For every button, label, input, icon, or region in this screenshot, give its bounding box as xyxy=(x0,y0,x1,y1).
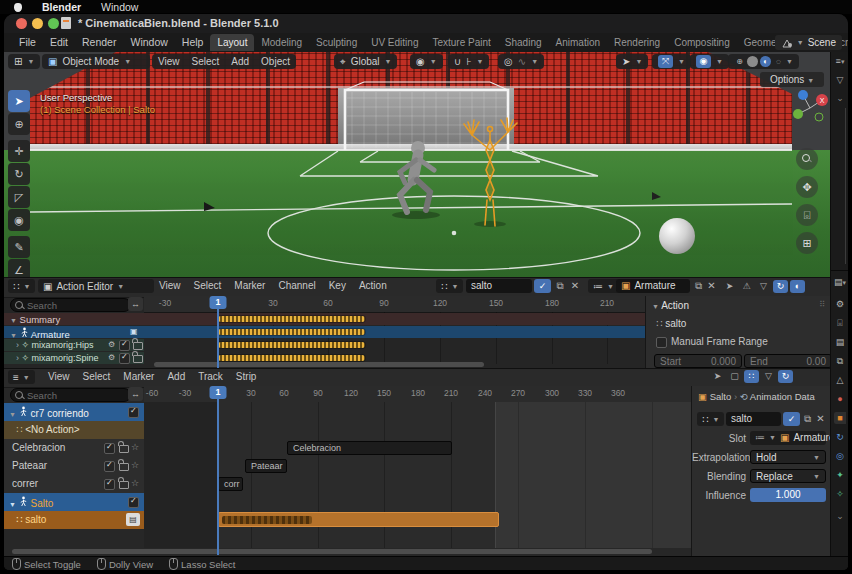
box-filter-icon[interactable]: ▢ xyxy=(727,370,742,383)
nla-menu-marker[interactable]: Marker xyxy=(123,371,154,382)
strip-action-name-field[interactable]: salto xyxy=(726,412,781,426)
unlink-action-button[interactable]: ✕ xyxy=(814,412,827,426)
breadcrumb-object[interactable]: Salto xyxy=(710,391,732,402)
dope-editor-type-selector[interactable]: ∷▼ xyxy=(8,279,35,293)
menu-help[interactable]: Help xyxy=(175,33,211,52)
keyframe-strip[interactable] xyxy=(218,355,365,361)
options-dropdown[interactable]: Options ▼ xyxy=(760,72,824,87)
action-browse-button[interactable]: ∷▼ xyxy=(436,279,463,293)
workspace-tab-layout[interactable]: Layout xyxy=(210,34,254,51)
blending-dropdown[interactable]: Replace▼ xyxy=(750,469,826,483)
tool-tab-icon[interactable]: ⚙ xyxy=(834,298,846,310)
close-window-button[interactable] xyxy=(16,18,27,29)
lock-icon[interactable] xyxy=(133,342,143,350)
nla-track-celebracion[interactable]: Celebracion ☆ xyxy=(4,439,144,458)
armature-data-tab-icon[interactable]: ✦ xyxy=(834,469,846,481)
workspace-tab-uv-editing[interactable]: UV Editing xyxy=(364,34,425,51)
nla-hscrollbar[interactable] xyxy=(12,549,652,554)
properties-editor-icon[interactable]: ▤▾ xyxy=(834,276,846,288)
minimize-window-button[interactable] xyxy=(32,18,43,29)
workspace-tab-texture-paint[interactable]: Texture Paint xyxy=(425,34,497,51)
cursor-filter-icon[interactable]: ➤ xyxy=(722,280,737,293)
outliner-editor-icon[interactable]: ≡▾ xyxy=(834,55,846,67)
filter-invert-button[interactable]: ↔ xyxy=(128,297,143,311)
dope-hscrollbar[interactable] xyxy=(154,362,484,367)
fake-user-shield-button[interactable]: ✓ xyxy=(783,412,800,426)
proportional-editing[interactable]: ◎∿▼ xyxy=(498,54,544,69)
more-tabs-chevron-icon[interactable]: ⌄ xyxy=(834,510,846,522)
cursor-tool[interactable]: ⊕ xyxy=(8,113,30,135)
scene-tab-icon[interactable]: △ xyxy=(834,374,846,386)
channel-hips[interactable]: › ✧ mixamorig:Hips ⚙ xyxy=(4,339,144,351)
dope-menu-select[interactable]: Select xyxy=(194,280,222,291)
menu-edit[interactable]: Edit xyxy=(43,33,75,52)
filter-invert-button[interactable]: ↔ xyxy=(128,387,143,401)
keyframe-strip[interactable] xyxy=(218,329,365,335)
unlink-slot-button[interactable]: ✕ xyxy=(705,279,718,293)
lock-icon[interactable] xyxy=(119,481,129,489)
dope-mode-selector[interactable]: ▣Action Editor▼ xyxy=(38,279,154,293)
nla-track-cr7[interactable]: ▼ cr7 corriendo xyxy=(4,403,144,421)
duplicate-action-button[interactable]: ⧉ xyxy=(801,412,814,426)
move-tool[interactable]: ✛ xyxy=(8,140,30,162)
measure-tool[interactable]: ∠ xyxy=(8,259,30,277)
dope-menu-view[interactable]: View xyxy=(159,280,181,291)
manual-range-checkbox[interactable] xyxy=(656,337,667,348)
dope-search-input[interactable] xyxy=(10,298,131,312)
lock-icon[interactable] xyxy=(133,355,143,363)
workspace-tab-compositing[interactable]: Compositing xyxy=(667,34,737,51)
dope-menu-marker[interactable]: Marker xyxy=(234,280,265,291)
rotate-tool[interactable]: ↻ xyxy=(8,163,30,185)
keyframe-strip[interactable] xyxy=(218,316,365,322)
render-tab-icon[interactable]: ⌻ xyxy=(834,317,846,329)
dope-menu-channel[interactable]: Channel xyxy=(278,280,315,291)
world-tab-icon[interactable]: ● xyxy=(834,393,846,405)
viewport-menu-select[interactable]: Select xyxy=(192,56,220,67)
nla-menu-add[interactable]: Add xyxy=(167,371,185,382)
output-tab-icon[interactable]: ▤ xyxy=(834,336,846,348)
workspace-tab-animation[interactable]: Animation xyxy=(549,34,607,51)
viewport-3d[interactable]: ⊞▼ ▣Object Mode▼ View Select Add Object … xyxy=(4,52,830,277)
nla-track-correr[interactable]: correr ☆ xyxy=(4,475,144,494)
strip-pateaar[interactable]: Pateaar xyxy=(245,459,287,473)
filter-funnel-icon[interactable]: ▽ xyxy=(761,370,776,383)
camera-view-icon[interactable]: ⌻ xyxy=(796,204,818,226)
proportional-keys-icon[interactable]: ◐ xyxy=(790,280,805,293)
show-gizmo-toggle[interactable]: ⤧▼ xyxy=(652,54,691,69)
influence-slider[interactable]: 1.000 xyxy=(750,488,826,502)
auto-snap-icon[interactable]: ↻ xyxy=(778,370,793,383)
unlink-action-button[interactable]: ✕ xyxy=(568,279,582,293)
constraints-tab-icon[interactable]: ◎ xyxy=(834,450,846,462)
select-box-tool[interactable]: ➤ xyxy=(8,90,30,112)
nla-menu-track[interactable]: Track xyxy=(198,371,223,382)
select-visibility-toggle[interactable]: ➤▼ xyxy=(616,54,648,69)
nla-editor-type-selector[interactable]: ≡▼ xyxy=(8,370,35,384)
dope-sheet-toggle-icon[interactable]: ∷ xyxy=(744,370,759,383)
current-frame-indicator[interactable]: 1 xyxy=(210,296,227,309)
window-titlebar[interactable]: * CinematicaBien.blend - Blender 5.1.0 xyxy=(4,14,848,34)
modifier-wrench-icon[interactable]: ⚙ xyxy=(108,340,115,349)
solid-shading-icon[interactable]: ● xyxy=(747,56,758,67)
viewport-menu-add[interactable]: Add xyxy=(231,56,249,67)
orthographic-toggle-icon[interactable]: ⊞ xyxy=(796,232,818,254)
transform-tool[interactable]: ◉ xyxy=(8,209,30,231)
current-frame-indicator[interactable]: 1 xyxy=(210,386,227,399)
tweak-mode-icon[interactable]: ▤ xyxy=(126,513,140,526)
view-layer-tab-icon[interactable]: ⧉ xyxy=(834,355,846,367)
bone-tab-icon[interactable]: ✧ xyxy=(834,488,846,500)
wireframe-shading-icon[interactable]: ⊕ xyxy=(734,56,745,67)
object-tab-icon[interactable]: ■ xyxy=(834,412,846,424)
navigation-gizmo[interactable]: X xyxy=(788,86,830,130)
slot-browse-button[interactable]: ≔▼ xyxy=(588,279,619,293)
viewport-menu-object[interactable]: Object xyxy=(261,56,290,67)
zoom-window-button[interactable] xyxy=(48,18,59,29)
strip-correr[interactable]: corr xyxy=(218,477,243,491)
channel-enable-checkbox[interactable] xyxy=(119,353,130,364)
strip-celebracion[interactable]: Celebracion xyxy=(287,441,452,455)
nla-track-salto-object[interactable]: ▼ Salto xyxy=(4,493,144,511)
filter-funnel-icon[interactable]: ▽ xyxy=(756,280,771,293)
macos-app-menu[interactable]: Blender xyxy=(42,1,81,13)
menu-render[interactable]: Render xyxy=(75,33,123,52)
pan-hand-icon[interactable]: ✥ xyxy=(796,176,818,198)
transform-orientation-selector[interactable]: ⌖Global▼ xyxy=(334,54,397,69)
